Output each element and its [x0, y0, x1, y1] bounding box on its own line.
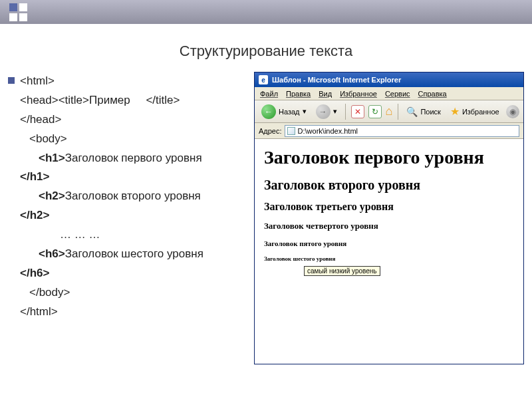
code-line: </h6> — [20, 264, 247, 283]
code-line: <body> — [20, 130, 247, 149]
rendered-h4: Заголовок четвертого уровня — [264, 221, 514, 231]
menu-view[interactable]: Вид — [319, 90, 332, 98]
back-button[interactable]: ← Назад ▾ — [259, 104, 309, 120]
favorites-button[interactable]: ★ Избранное — [448, 104, 502, 120]
code-line: <h1>Заголовок первого уровня — [20, 149, 247, 168]
code-line: <html> — [20, 72, 247, 91]
chevron-down-icon: ▾ — [333, 107, 337, 116]
ie-viewport: Заголовок первого уровня Заголовок второ… — [255, 139, 523, 364]
rendered-h6: Заголовок шестого уровня — [264, 255, 514, 262]
stop-icon[interactable]: ✕ — [351, 105, 364, 118]
bullet-icon — [8, 77, 15, 84]
rendered-h2: Заголовок второго уровня — [264, 178, 514, 193]
ie-window: e Шаблон - Microsoft Internet Explorer Ф… — [254, 72, 524, 364]
forward-icon: → — [316, 104, 331, 119]
menu-favorites[interactable]: Избранное — [340, 90, 377, 98]
code-line: … … … — [20, 225, 247, 245]
rendered-h5: Заголовок пятого уровня — [264, 239, 514, 247]
home-icon[interactable]: ⌂ — [386, 104, 393, 118]
code-line: </h1> — [20, 168, 247, 187]
code-line: </html> — [20, 303, 247, 322]
code-line: </body> — [20, 283, 247, 303]
star-icon: ★ — [450, 105, 460, 118]
rendered-h1: Заголовок первого уровня — [264, 147, 514, 168]
forward-button[interactable]: → ▾ — [313, 104, 340, 120]
address-bar: Адрес: D:\work\index.html — [255, 123, 523, 139]
code-line: <head><title>Пример </title> — [20, 91, 247, 110]
ie-toolbar: ← Назад ▾ → ▾ ✕ ↻ ⌂ 🔍 Поиск ★ Избранное … — [255, 100, 523, 123]
slide-title: Структурирование текста — [0, 43, 532, 60]
back-label: Назад — [279, 108, 300, 116]
refresh-icon[interactable]: ↻ — [368, 105, 382, 118]
rendered-h3: Заголовок третьего уровня — [264, 201, 514, 213]
address-input[interactable]: D:\work\index.html — [285, 125, 519, 137]
favorites-label: Избранное — [462, 108, 499, 116]
page-icon — [287, 127, 295, 135]
menu-tools[interactable]: Сервис — [385, 90, 410, 98]
ie-titlebar: e Шаблон - Microsoft Internet Explorer — [255, 72, 523, 87]
separator — [398, 104, 398, 120]
slide-top-bar — [0, 0, 532, 24]
window-title: Шаблон - Microsoft Internet Explorer — [272, 76, 401, 84]
search-button[interactable]: 🔍 Поиск — [404, 104, 443, 120]
media-icon[interactable]: ◉ — [506, 105, 519, 118]
ie-menubar: Файл Правка Вид Избранное Сервис Справка — [255, 87, 523, 100]
chevron-down-icon: ▾ — [303, 107, 307, 116]
search-label: Поиск — [420, 108, 440, 116]
address-value: D:\work\index.html — [298, 127, 358, 135]
code-line: </h2> — [20, 206, 247, 225]
corner-squares-icon — [9, 3, 27, 21]
code-line: <h2>Заголовок второго уровня — [20, 187, 247, 206]
menu-edit[interactable]: Правка — [286, 90, 311, 98]
back-icon: ← — [261, 104, 276, 119]
tooltip: самый низкий уровень — [304, 266, 380, 276]
menu-file[interactable]: Файл — [260, 90, 278, 98]
menu-help[interactable]: Справка — [418, 90, 447, 98]
code-sample: <html> <head><title>Пример </title> </he… — [8, 72, 247, 364]
separator — [345, 104, 346, 120]
address-label: Адрес: — [259, 127, 282, 135]
search-icon: 🔍 — [406, 106, 418, 117]
code-line: </head> — [20, 110, 247, 130]
ie-logo-icon: e — [259, 75, 268, 84]
code-line: <h6>Заголовок шестого уровня — [20, 245, 247, 264]
